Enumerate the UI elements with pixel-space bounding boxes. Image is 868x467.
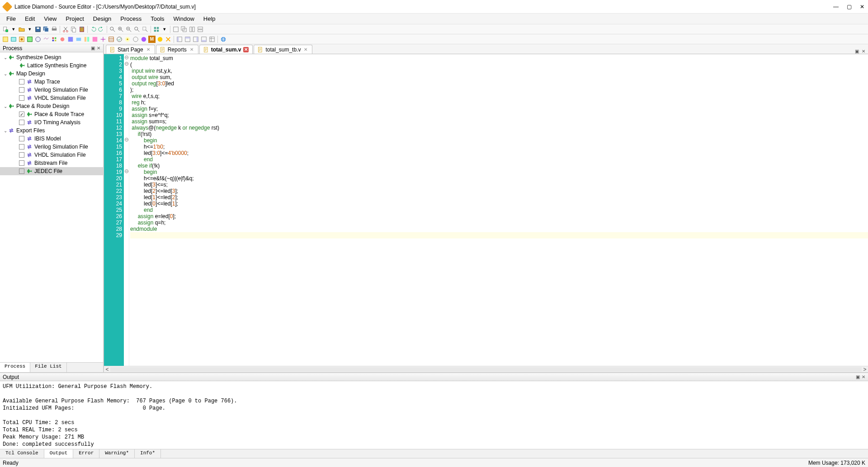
- tool-icon[interactable]: [156, 36, 164, 43]
- checkbox[interactable]: [19, 152, 24, 158]
- fold-toggle-icon[interactable]: ⊖: [124, 168, 129, 174]
- tree-item[interactable]: IBIS Model: [0, 135, 103, 143]
- zoom-in-icon[interactable]: [117, 26, 124, 33]
- menu-process[interactable]: Process: [116, 14, 146, 23]
- tab-process[interactable]: Process: [0, 363, 30, 372]
- window-icon[interactable]: [197, 26, 204, 33]
- tree-item[interactable]: ⌄Export Files: [0, 126, 103, 135]
- maximize-button[interactable]: ▢: [847, 4, 852, 10]
- tool-icon[interactable]: [75, 36, 82, 43]
- save-all-icon[interactable]: [42, 26, 50, 33]
- menu-file[interactable]: File: [2, 14, 20, 23]
- checkbox[interactable]: [19, 120, 24, 125]
- tool-icon[interactable]: [42, 36, 50, 43]
- open-icon[interactable]: [18, 26, 25, 33]
- window-icon[interactable]: [172, 26, 179, 33]
- process-tree[interactable]: ⌄Synthesize DesignLattice Synthesis Engi…: [0, 52, 103, 362]
- panel-close-icon[interactable]: ✕: [862, 374, 865, 379]
- window-icon[interactable]: [180, 26, 188, 33]
- checkbox[interactable]: [19, 112, 24, 117]
- save-icon[interactable]: [34, 26, 42, 33]
- editor-tab[interactable]: total_sum.v✕: [199, 45, 253, 54]
- layout-icon[interactable]: [192, 36, 199, 43]
- zoom-fit-icon[interactable]: [133, 26, 141, 33]
- fold-toggle-icon[interactable]: ⊖: [124, 61, 129, 67]
- dropdown-icon[interactable]: ▾: [10, 26, 17, 33]
- tree-item[interactable]: Map Trace: [0, 78, 103, 86]
- tool-icon[interactable]: [59, 36, 66, 43]
- fold-column[interactable]: ⊖⊖⊖⊖: [124, 54, 129, 366]
- editor-tab[interactable]: total_sum_tb.v✕: [254, 45, 312, 54]
- twisty-icon[interactable]: ⌄: [3, 55, 8, 60]
- redo-icon[interactable]: [98, 26, 105, 33]
- tool-icon[interactable]: [132, 36, 139, 43]
- web-icon[interactable]: [220, 36, 227, 43]
- editor-tab[interactable]: Start Page✕: [106, 45, 155, 54]
- window-icon[interactable]: [189, 26, 196, 33]
- output-body[interactable]: UFM Utilization: General Purpose Flash M…: [0, 381, 868, 449]
- output-tab[interactable]: Warning*: [99, 449, 135, 458]
- tab-close-icon[interactable]: ✕: [243, 47, 249, 52]
- layout-icon[interactable]: [184, 36, 191, 43]
- checkbox[interactable]: [19, 168, 24, 174]
- checkbox[interactable]: [19, 79, 24, 84]
- tool-icon[interactable]: [67, 36, 74, 43]
- checkbox[interactable]: [19, 144, 24, 149]
- tree-item[interactable]: Lattice Synthesis Engine: [0, 61, 103, 70]
- new-icon[interactable]: [2, 26, 9, 33]
- find-icon[interactable]: [109, 26, 116, 33]
- tree-item[interactable]: Place & Route Trace: [0, 110, 103, 118]
- output-tab[interactable]: Output: [44, 449, 74, 458]
- twisty-icon[interactable]: ⌄: [3, 104, 8, 109]
- minimize-button[interactable]: —: [833, 4, 839, 10]
- tool-icon[interactable]: M: [148, 36, 156, 43]
- code-editor[interactable]: 1234567891011121314151617181920212223242…: [104, 54, 868, 366]
- tab-close-icon[interactable]: ✕: [189, 47, 194, 52]
- tool-icon[interactable]: [91, 36, 99, 43]
- output-tab[interactable]: Info*: [135, 449, 161, 458]
- tool-icon[interactable]: [140, 36, 147, 43]
- tool-icon[interactable]: [51, 36, 58, 43]
- copy-icon[interactable]: [70, 26, 77, 33]
- grid-icon[interactable]: [153, 26, 160, 33]
- editor-tab[interactable]: Reports✕: [156, 45, 198, 54]
- print-icon[interactable]: [51, 26, 58, 33]
- tree-item[interactable]: ⌄Synthesize Design: [0, 53, 103, 61]
- undo-icon[interactable]: [90, 26, 97, 33]
- twisty-icon[interactable]: ⌄: [3, 128, 8, 133]
- tool-icon[interactable]: [116, 36, 123, 43]
- menu-tools[interactable]: Tools: [146, 14, 169, 23]
- code-body[interactable]: module total_sum( input wire rst,y,k, ou…: [129, 54, 868, 366]
- editor-close-icon[interactable]: ✕: [862, 49, 865, 54]
- tab-close-icon[interactable]: ✕: [303, 47, 308, 52]
- dropdown-icon[interactable]: ▾: [26, 26, 33, 33]
- cut-icon[interactable]: [62, 26, 69, 33]
- menu-view[interactable]: View: [39, 14, 61, 23]
- tree-item[interactable]: JEDEC File: [0, 167, 103, 175]
- checkbox[interactable]: [19, 160, 24, 166]
- menu-design[interactable]: Design: [89, 14, 116, 23]
- scroll-track[interactable]: [110, 367, 862, 372]
- menu-help[interactable]: Help: [199, 14, 220, 23]
- menu-project[interactable]: Project: [61, 14, 88, 23]
- zoom-area-icon[interactable]: [142, 26, 149, 33]
- zoom-out-icon[interactable]: [125, 26, 132, 33]
- tree-item[interactable]: VHDL Simulation File: [0, 151, 103, 159]
- dropdown-icon[interactable]: ▾: [161, 26, 168, 33]
- layout-icon[interactable]: [176, 36, 183, 43]
- menu-window[interactable]: Window: [169, 14, 199, 23]
- menu-edit[interactable]: Edit: [20, 14, 39, 23]
- checkbox[interactable]: [19, 95, 24, 101]
- tool-icon[interactable]: [83, 36, 90, 43]
- tool-icon[interactable]: [26, 36, 33, 43]
- tree-item[interactable]: ⌄Map Design: [0, 70, 103, 78]
- tool-icon[interactable]: [108, 36, 115, 43]
- panel-float-icon[interactable]: ▣: [856, 374, 860, 379]
- tool-icon[interactable]: [34, 36, 42, 43]
- editor-float-icon[interactable]: ▣: [855, 49, 859, 54]
- fold-toggle-icon[interactable]: ⊖: [124, 136, 129, 143]
- checkbox[interactable]: [19, 87, 24, 93]
- panel-float-icon[interactable]: ▣: [91, 46, 95, 51]
- scroll-left-icon[interactable]: <: [104, 366, 110, 373]
- tool-icon[interactable]: [99, 36, 107, 43]
